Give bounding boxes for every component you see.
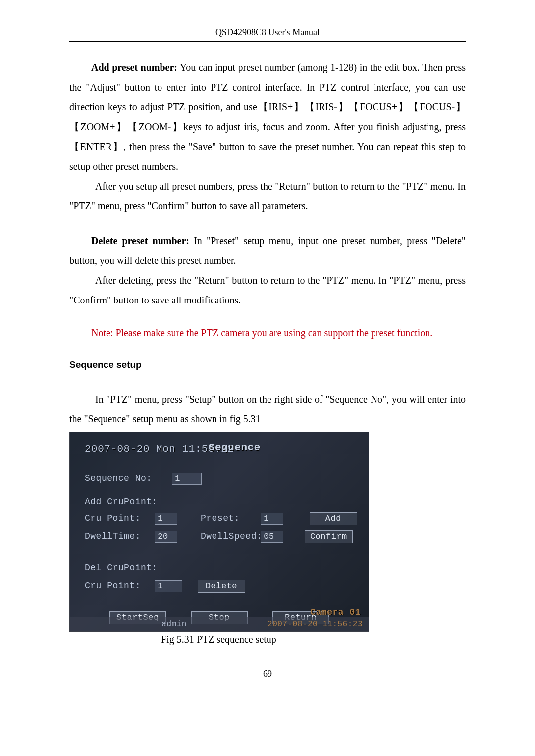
label-del-crupoint: Del CruPoint: [85,563,158,573]
note-red: Note: Please make sure the PTZ camera yo… [91,323,466,343]
status-datetime: 2007-08-20 11:56:23 [268,620,363,629]
add-button[interactable]: Add [310,512,357,525]
osd-title: Sequence [209,442,261,453]
label-preset: Preset: [201,513,255,523]
status-bar: . admin 2007-08-20 11:56:23 [70,617,369,631]
add-preset-label: Add preset number: [91,62,177,73]
confirm-button[interactable]: Confirm [305,530,353,543]
input-preset[interactable]: 1 [261,513,283,525]
label-cru-point: Cru Point: [85,513,149,523]
sequence-setup-heading: Sequence setup [69,355,466,374]
delete-preset-label: Delete preset number: [91,235,189,246]
sequence-setup-screenshot: 2007-08-20 Mon 11:55:22 Sequence Sequenc… [69,432,369,632]
input-del-cru-point[interactable]: 1 [155,580,182,592]
para4-text: After deleting, press the "Return" butto… [69,270,466,310]
label-del-cru-point: Cru Point: [85,581,149,591]
body-text: Add preset number: You can input preset … [69,57,466,429]
figure-caption: Fig 5.31 PTZ sequence setup [69,634,368,645]
input-dwelltime[interactable]: 20 [155,531,177,543]
input-dwellspeed[interactable]: 05 [261,531,283,543]
label-sequence-no: Sequence No: [85,473,152,483]
label-add-crupoint: Add CruPoint: [85,497,158,506]
header-rule [69,41,466,42]
input-cru-point[interactable]: 1 [155,513,177,525]
para1-text: You can input preset number (among 1-128… [69,62,466,172]
input-sequence-no[interactable]: 1 [172,473,202,485]
camera-overlay-label: Camera 01 [310,607,361,617]
label-dwellspeed: DwellSpeed: [201,531,255,541]
label-dwelltime: DwellTime: [85,531,149,541]
status-user: admin [161,620,187,629]
delete-button[interactable]: Delete [198,580,245,593]
running-header: QSD42908C8 User's Manual [69,27,466,41]
para2-text: After you setup all preset numbers, pres… [69,176,466,216]
para5-text: In "PTZ" menu, press "Setup" button on t… [69,389,466,429]
page-number: 69 [69,669,466,679]
